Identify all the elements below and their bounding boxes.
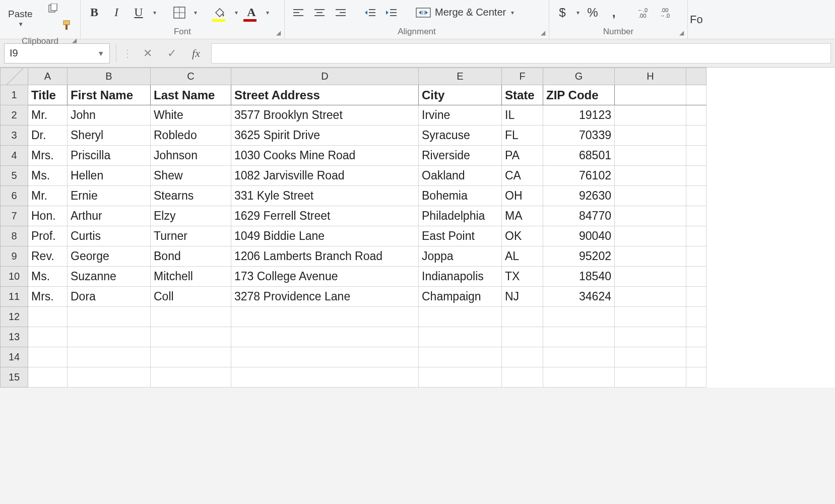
column-header[interactable]: C bbox=[151, 68, 231, 85]
cell[interactable]: MA bbox=[502, 206, 543, 226]
cell[interactable]: Ms. bbox=[28, 166, 68, 186]
cell[interactable] bbox=[502, 347, 543, 367]
cell[interactable]: Priscilla bbox=[68, 146, 151, 166]
cell[interactable]: Shew bbox=[151, 166, 231, 186]
cell[interactable]: White bbox=[151, 105, 231, 125]
worksheet[interactable]: A B C D E F G H 1TitleFirst NameLast Nam… bbox=[0, 68, 835, 388]
cell[interactable] bbox=[686, 246, 706, 267]
cell[interactable] bbox=[419, 347, 502, 367]
cell[interactable]: 70339 bbox=[543, 125, 615, 146]
row-header[interactable]: 14 bbox=[1, 347, 28, 367]
cell[interactable] bbox=[231, 327, 419, 347]
cell[interactable] bbox=[502, 327, 543, 347]
chevron-down-icon[interactable]: ▾ bbox=[266, 9, 269, 16]
formula-input[interactable] bbox=[211, 43, 831, 64]
cell[interactable] bbox=[686, 166, 706, 186]
row-header[interactable]: 8 bbox=[1, 226, 28, 246]
cell[interactable] bbox=[151, 367, 231, 388]
cell[interactable]: Bond bbox=[151, 246, 231, 267]
cell[interactable]: Stearns bbox=[151, 186, 231, 206]
cell[interactable] bbox=[543, 347, 615, 367]
column-header[interactable] bbox=[686, 68, 706, 85]
cell[interactable]: 331 Kyle Street bbox=[231, 186, 419, 206]
fill-color-button[interactable] bbox=[212, 4, 229, 21]
cell[interactable]: Ernie bbox=[68, 186, 151, 206]
column-header[interactable]: A bbox=[28, 68, 68, 85]
cell[interactable] bbox=[502, 307, 543, 327]
bold-button[interactable]: B bbox=[86, 4, 103, 21]
cell[interactable] bbox=[615, 246, 686, 267]
cell[interactable] bbox=[543, 327, 615, 347]
cell[interactable]: 34624 bbox=[543, 287, 615, 307]
cell[interactable] bbox=[68, 307, 151, 327]
cell[interactable]: 3577 Brooklyn Street bbox=[231, 105, 419, 125]
comma-format-button[interactable]: , bbox=[606, 4, 622, 21]
cell[interactable] bbox=[615, 166, 686, 186]
increase-indent-button[interactable] bbox=[383, 4, 400, 21]
cell[interactable]: Curtis bbox=[68, 226, 151, 246]
cell[interactable] bbox=[615, 307, 686, 327]
cell[interactable]: NJ bbox=[502, 287, 543, 307]
cell[interactable] bbox=[419, 367, 502, 388]
align-left-button[interactable] bbox=[290, 4, 307, 21]
row-header[interactable]: 7 bbox=[1, 206, 28, 226]
decrease-decimal-button[interactable]: .00→.0 bbox=[659, 4, 676, 21]
cell[interactable] bbox=[615, 105, 686, 125]
cell[interactable] bbox=[615, 85, 686, 105]
cell[interactable]: 1030 Cooks Mine Road bbox=[231, 146, 419, 166]
cell[interactable]: OK bbox=[502, 226, 543, 246]
row-header[interactable]: 10 bbox=[1, 267, 28, 287]
cell[interactable]: Robledo bbox=[151, 125, 231, 146]
cell[interactable]: 18540 bbox=[543, 267, 615, 287]
row-header[interactable]: 2 bbox=[1, 105, 28, 125]
cell[interactable]: Mrs. bbox=[28, 287, 68, 307]
column-header[interactable]: H bbox=[615, 68, 686, 85]
cell[interactable]: Mr. bbox=[28, 105, 68, 125]
cell[interactable] bbox=[686, 186, 706, 206]
cell[interactable]: 1049 Biddie Lane bbox=[231, 226, 419, 246]
dialog-launcher-icon[interactable]: ◢ bbox=[539, 29, 547, 37]
dialog-launcher-icon[interactable]: ◢ bbox=[274, 29, 282, 37]
cell[interactable] bbox=[615, 226, 686, 246]
cell[interactable]: Bohemia bbox=[419, 186, 502, 206]
cell[interactable]: Mrs. bbox=[28, 146, 68, 166]
cell[interactable] bbox=[615, 267, 686, 287]
cell[interactable] bbox=[615, 186, 686, 206]
cell[interactable] bbox=[231, 307, 419, 327]
cell[interactable]: George bbox=[68, 246, 151, 267]
increase-decimal-button[interactable]: ←.0.00 bbox=[636, 4, 654, 21]
header-cell[interactable]: ZIP Code bbox=[543, 85, 615, 105]
row-header[interactable]: 3 bbox=[1, 125, 28, 146]
dialog-launcher-icon[interactable]: ◢ bbox=[677, 29, 685, 37]
cell[interactable] bbox=[543, 307, 615, 327]
cell[interactable]: Irvine bbox=[419, 105, 502, 125]
cell[interactable] bbox=[615, 146, 686, 166]
cell[interactable]: Johnson bbox=[151, 146, 231, 166]
cell[interactable]: 76102 bbox=[543, 166, 615, 186]
column-header[interactable]: F bbox=[502, 68, 543, 85]
cell[interactable] bbox=[28, 327, 68, 347]
header-cell[interactable]: Title bbox=[28, 85, 68, 105]
row-header[interactable]: 1 bbox=[1, 85, 28, 105]
cell[interactable]: Riverside bbox=[419, 146, 502, 166]
cell[interactable] bbox=[686, 347, 706, 367]
cell[interactable]: 1629 Ferrell Street bbox=[231, 206, 419, 226]
accounting-format-button[interactable]: $ bbox=[554, 4, 570, 21]
cell[interactable]: Dr. bbox=[28, 125, 68, 146]
cell[interactable]: Arthur bbox=[68, 206, 151, 226]
italic-button[interactable]: I bbox=[108, 4, 125, 21]
cell[interactable]: 95202 bbox=[543, 246, 615, 267]
row-header[interactable]: 5 bbox=[1, 166, 28, 186]
cell[interactable]: Syracuse bbox=[419, 125, 502, 146]
cell[interactable]: Hellen bbox=[68, 166, 151, 186]
cell[interactable]: John bbox=[68, 105, 151, 125]
chevron-down-icon[interactable]: ▾ bbox=[235, 9, 238, 16]
cell[interactable] bbox=[615, 327, 686, 347]
cell[interactable] bbox=[28, 367, 68, 388]
column-header[interactable]: B bbox=[68, 68, 151, 85]
header-cell[interactable]: City bbox=[419, 85, 502, 105]
row-header[interactable]: 11 bbox=[1, 287, 28, 307]
cell[interactable] bbox=[419, 327, 502, 347]
cell[interactable]: Indianapolis bbox=[419, 267, 502, 287]
cell[interactable] bbox=[615, 367, 686, 388]
